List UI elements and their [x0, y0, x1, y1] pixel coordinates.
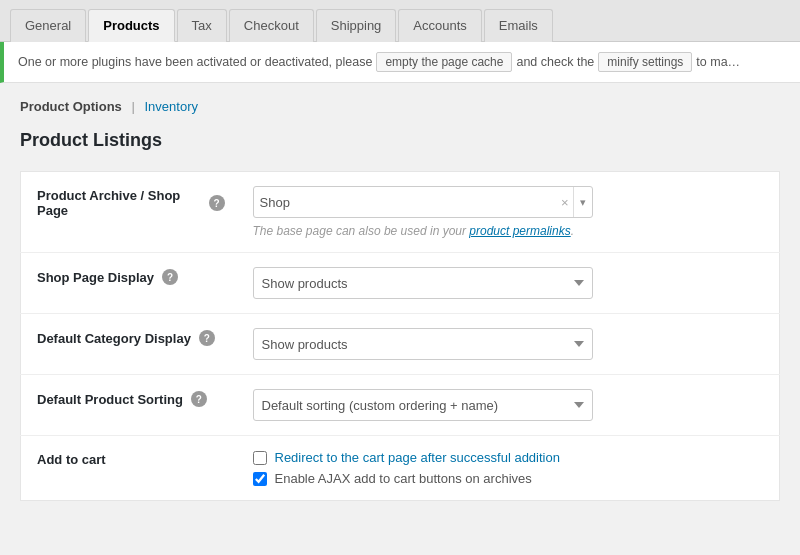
- default-category-display-select[interactable]: Show productsShow subcategoriesShow both: [253, 328, 593, 360]
- notice-bar: One or more plugins have been activated …: [0, 42, 800, 83]
- help-icon-category-display[interactable]: ?: [199, 330, 215, 346]
- form-table: Product Archive / Shop Page ? Shop × ▾ T…: [20, 171, 780, 501]
- field-label-add-to-cart: Add to cart: [37, 452, 106, 467]
- field-label-default-product-sorting: Default Product Sorting: [37, 392, 183, 407]
- field-label-archive-shop-page: Product Archive / Shop Page: [37, 188, 201, 218]
- ajax-cart-label[interactable]: Enable AJAX add to cart buttons on archi…: [275, 471, 532, 486]
- empty-cache-button[interactable]: empty the page cache: [376, 52, 512, 72]
- shop-page-display-select[interactable]: Show productsShow subcategoriesShow both: [253, 267, 593, 299]
- field-row-default-category-display: Default Category Display ? Show products…: [21, 314, 780, 375]
- checkbox-row-ajax: Enable AJAX add to cart buttons on archi…: [253, 471, 768, 486]
- section-title: Product Listings: [20, 130, 780, 151]
- help-icon-archive[interactable]: ?: [209, 195, 225, 211]
- subnav-inventory[interactable]: Inventory: [144, 99, 197, 114]
- archive-shop-page-value: Shop: [260, 195, 561, 210]
- archive-shop-page-desc: The base page can also be used in your p…: [253, 224, 768, 238]
- tab-products[interactable]: Products: [88, 9, 174, 42]
- tab-tax[interactable]: Tax: [177, 9, 227, 42]
- field-label-default-category-display: Default Category Display: [37, 331, 191, 346]
- field-label-shop-page-display: Shop Page Display: [37, 270, 154, 285]
- field-row-default-product-sorting: Default Product Sorting ? Default sortin…: [21, 375, 780, 436]
- help-icon-sorting[interactable]: ?: [191, 391, 207, 407]
- ajax-cart-checkbox[interactable]: [253, 472, 267, 486]
- redirect-cart-label[interactable]: Redirect to the cart page after successf…: [275, 450, 560, 465]
- field-row-add-to-cart: Add to cart Redirect to the cart page af…: [21, 436, 780, 501]
- tab-accounts[interactable]: Accounts: [398, 9, 481, 42]
- subnav-product-options[interactable]: Product Options: [20, 99, 122, 114]
- redirect-cart-checkbox[interactable]: [253, 451, 267, 465]
- select2-clear-icon[interactable]: ×: [561, 195, 569, 210]
- field-row-shop-page-display: Shop Page Display ? Show productsShow su…: [21, 253, 780, 314]
- subnav: Product Options | Inventory: [20, 99, 780, 114]
- help-icon-shop-display[interactable]: ?: [162, 269, 178, 285]
- product-permalinks-link[interactable]: product permalinks: [469, 224, 570, 238]
- tab-checkout[interactable]: Checkout: [229, 9, 314, 42]
- archive-shop-page-select[interactable]: Shop × ▾: [253, 186, 593, 218]
- tab-shipping[interactable]: Shipping: [316, 9, 397, 42]
- notice-text-after: to ma…: [696, 55, 740, 69]
- select2-arrow-icon[interactable]: ▾: [573, 187, 586, 217]
- default-product-sorting-select[interactable]: Default sorting (custom ordering + name)…: [253, 389, 593, 421]
- tab-general[interactable]: General: [10, 9, 86, 42]
- notice-text-middle: and check the: [516, 55, 594, 69]
- checkbox-row-redirect: Redirect to the cart page after successf…: [253, 450, 768, 465]
- minify-settings-button[interactable]: minify settings: [598, 52, 692, 72]
- notice-text-before: One or more plugins have been activated …: [18, 55, 372, 69]
- tab-emails[interactable]: Emails: [484, 9, 553, 42]
- tabs-bar: General Products Tax Checkout Shipping A…: [0, 0, 800, 42]
- content-area: Product Options | Inventory Product List…: [0, 83, 800, 517]
- field-row-archive-shop-page: Product Archive / Shop Page ? Shop × ▾ T…: [21, 172, 780, 253]
- subnav-separator: |: [131, 99, 134, 114]
